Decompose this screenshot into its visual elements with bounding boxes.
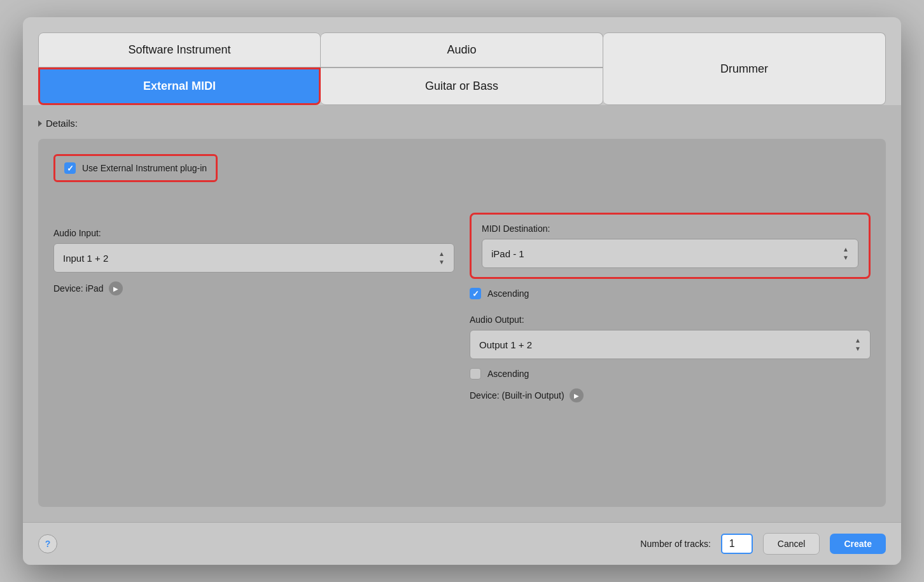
audio-input-label: Audio Input: xyxy=(53,228,454,238)
midi-destination-label: MIDI Destination: xyxy=(482,224,858,234)
audio-input-arrows: ▲ ▼ xyxy=(438,250,445,266)
audio-ascending-checkbox[interactable] xyxy=(470,368,481,380)
device-input-row: Device: iPad xyxy=(53,281,454,295)
details-label: Details: xyxy=(46,118,78,129)
software-instrument-button[interactable]: Software Instrument xyxy=(38,32,321,67)
midi-destination-box: MIDI Destination: iPad - 1 ▲ ▼ xyxy=(470,213,871,279)
details-section: Details: xyxy=(23,105,901,139)
create-button[interactable]: Create xyxy=(830,534,886,554)
device-input-arrow-button[interactable] xyxy=(109,281,123,295)
midi-ascending-checkbox[interactable] xyxy=(470,288,481,299)
audio-ascending-row[interactable]: Ascending xyxy=(470,368,871,380)
audio-output-label: Audio Output: xyxy=(470,315,871,325)
device-input-label: Device: iPad xyxy=(53,283,104,294)
external-midi-button[interactable]: External MIDI xyxy=(38,67,321,105)
num-tracks-label: Number of tracks: xyxy=(640,539,710,549)
audio-output-select[interactable]: Output 1 + 2 ▲ ▼ xyxy=(470,330,871,359)
dialog: Software Instrument External MIDI Audio … xyxy=(23,17,901,565)
use-external-plugin-label: Use External Instrument plug-in xyxy=(82,163,207,173)
audio-output-section: Audio Output: Output 1 + 2 ▲ ▼ xyxy=(470,315,871,359)
two-col-layout: Audio Input: Input 1 + 2 ▲ ▼ Device: iPa… xyxy=(53,213,871,402)
triangle-icon xyxy=(38,120,42,127)
midi-ascending-row[interactable]: Ascending xyxy=(470,288,871,299)
details-header[interactable]: Details: xyxy=(38,118,886,129)
midi-destination-value: iPad - 1 xyxy=(491,248,524,259)
bottom-bar: ? Number of tracks: Cancel Create xyxy=(23,522,901,565)
drummer-button[interactable]: Drummer xyxy=(603,32,886,105)
guitar-or-bass-button[interactable]: Guitar or Bass xyxy=(321,67,603,105)
device-output-label: Device: (Built-in Output) xyxy=(470,390,564,401)
audio-output-arrows: ▲ ▼ xyxy=(855,337,861,352)
midi-destination-select[interactable]: iPad - 1 ▲ ▼ xyxy=(482,239,858,268)
track-type-grid: Software Instrument External MIDI Audio … xyxy=(23,17,901,105)
device-output-arrow-button[interactable] xyxy=(570,388,584,402)
left-column: Audio Input: Input 1 + 2 ▲ ▼ Device: iPa… xyxy=(53,213,454,402)
audio-ascending-label: Ascending xyxy=(487,369,529,379)
audio-input-section: Audio Input: Input 1 + 2 ▲ ▼ xyxy=(53,228,454,273)
audio-input-select[interactable]: Input 1 + 2 ▲ ▼ xyxy=(53,243,454,273)
content-area: Use External Instrument plug-in Audio In… xyxy=(38,139,886,507)
audio-button[interactable]: Audio xyxy=(321,32,603,67)
use-external-plugin-row[interactable]: Use External Instrument plug-in xyxy=(53,154,218,182)
use-external-plugin-checkbox[interactable] xyxy=(64,162,76,174)
device-output-row: Device: (Built-in Output) xyxy=(470,388,871,402)
bottom-right: Number of tracks: Cancel Create xyxy=(640,533,886,555)
right-column: MIDI Destination: iPad - 1 ▲ ▼ Ascending xyxy=(470,213,871,402)
audio-input-value: Input 1 + 2 xyxy=(63,253,108,264)
midi-ascending-label: Ascending xyxy=(487,288,529,299)
midi-destination-arrows: ▲ ▼ xyxy=(843,246,849,261)
audio-output-value: Output 1 + 2 xyxy=(479,339,532,350)
num-tracks-input[interactable] xyxy=(721,534,753,554)
cancel-button[interactable]: Cancel xyxy=(763,533,820,555)
help-button[interactable]: ? xyxy=(38,534,57,553)
